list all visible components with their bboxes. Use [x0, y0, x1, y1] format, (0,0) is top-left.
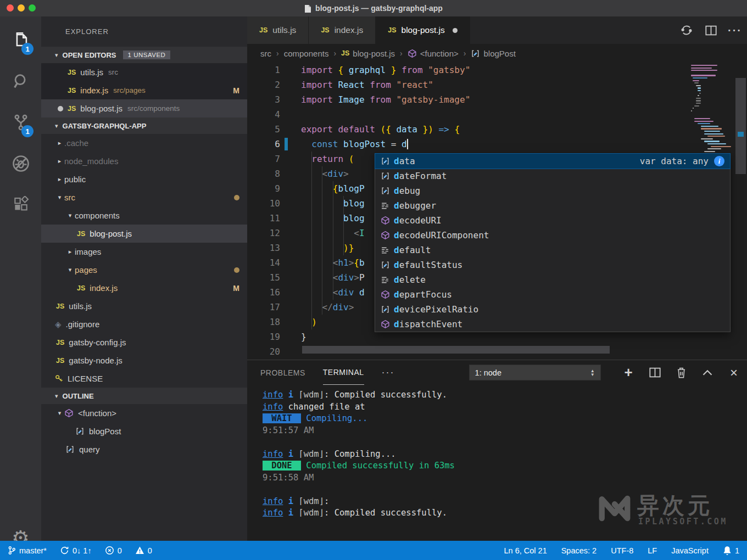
close-traffic-light[interactable] [7, 4, 14, 12]
vertical-scrollbar[interactable] [735, 63, 746, 360]
open-editor-index.js[interactable]: JSindex.jssrc/pagesM [41, 81, 247, 99]
terminal-line: 9:51:57 AM [263, 425, 455, 437]
suggest-item-dispatchEvent[interactable]: dispatchEvent [375, 317, 730, 332]
status-label: LF [648, 546, 657, 555]
tab-blog-post.js[interactable]: JSblog-post.js [376, 16, 470, 44]
title-bar[interactable]: blog-post.js — gatsby-graphql-app [0, 0, 747, 16]
activity-item-source-control[interactable]: 1 [0, 103, 41, 142]
breadcrumb-label: <function> [420, 49, 459, 58]
info-icon[interactable]: i [714, 156, 724, 166]
status-bell[interactable]: 1 [723, 546, 739, 556]
tree-item-src[interactable]: ▾src [41, 188, 247, 206]
minimap-line [691, 110, 692, 111]
suggest-item-delete[interactable]: delete [375, 272, 730, 287]
activity-item-debug[interactable] [0, 144, 41, 183]
zoom-traffic-light[interactable] [29, 4, 36, 12]
maximize-panel-icon[interactable] [694, 369, 721, 377]
tree-item-gatsby-config.js[interactable]: JSgatsby-config.js [41, 333, 247, 351]
file-path: src/components [127, 104, 180, 113]
breadcrumb-blog-post.js[interactable]: JSblog-post.js [341, 49, 395, 58]
new-terminal-icon[interactable]: + [615, 364, 642, 381]
breadcrumb[interactable]: src›components›JSblog-post.js›<function>… [247, 44, 747, 63]
tab-utils.js[interactable]: JSutils.js [247, 16, 309, 44]
outline-label: query [79, 445, 100, 454]
tree-item-.cache[interactable]: ▸.cache [41, 134, 247, 152]
tree-item-utils.js[interactable]: JSutils.js [41, 297, 247, 315]
minimap-line [707, 148, 721, 149]
tree-item-LICENSE[interactable]: LICENSE [41, 369, 247, 388]
tree-item-index.js[interactable]: JSindex.jsM [41, 279, 247, 297]
status-error[interactable]: 0 [105, 546, 122, 555]
panel-more-icon[interactable]: ··· [382, 367, 395, 378]
suggest-item-debug[interactable]: debug [375, 183, 730, 198]
terminal-select[interactable]: 1: node ▲▼ [469, 365, 601, 380]
tree-item-blog-post.js[interactable]: JSblog-post.js [41, 225, 247, 243]
status-ln-6-col-21[interactable]: Ln 6, Col 21 [504, 546, 547, 555]
panel-tab-terminal[interactable]: TERMINAL [323, 360, 364, 385]
status-sync[interactable]: 0↓ 1↑ [60, 546, 92, 555]
close-panel-icon[interactable]: × [721, 365, 747, 380]
panel-tab-problems[interactable]: PROBLEMS [260, 360, 305, 385]
breadcrumb-blogPost[interactable]: blogPost [471, 49, 515, 58]
status-utf-8[interactable]: UTF-8 [611, 546, 633, 555]
horizontal-scrollbar[interactable] [302, 346, 610, 354]
outline-item-function[interactable]: ▾<function> [41, 404, 247, 422]
chevron-down-icon: ▾ [65, 212, 75, 219]
split-terminal-icon[interactable] [642, 367, 668, 378]
suggest-item-devicePixelRatio[interactable]: devicePixelRatio [375, 302, 730, 317]
suggest-item-decodeURIComponent[interactable]: decodeURIComponent [375, 228, 730, 243]
suggest-item-departFocus[interactable]: departFocus [375, 287, 730, 302]
more-actions-icon[interactable]: ··· [723, 24, 747, 37]
status-branch[interactable]: master* [8, 546, 47, 555]
terminal-output[interactable]: info i ⌈wdm⌋: Compiled successfully.info… [263, 389, 455, 519]
cube-icon [64, 408, 74, 418]
tree-item-.gitignore[interactable]: ◈.gitignore [41, 315, 247, 333]
chevron-down-icon: ▾ [55, 52, 58, 59]
open-editor-blog-post.js[interactable]: JSblog-post.jssrc/components [41, 99, 247, 117]
modified-dot-badge [234, 195, 239, 200]
breadcrumb-src[interactable]: src [260, 49, 271, 58]
open-editor-utils.js[interactable]: JSutils.jssrc [41, 63, 247, 81]
breadcrumb-function[interactable]: <function> [408, 49, 459, 58]
license-key-icon [55, 374, 63, 383]
breadcrumb-components[interactable]: components [284, 49, 329, 58]
outline-header[interactable]: ▾ OUTLINE [41, 388, 247, 404]
line-number: 4 [247, 107, 280, 122]
suggest-item-default[interactable]: default [375, 243, 730, 257]
split-editor-icon[interactable] [699, 25, 723, 36]
breadcrumb-separator: › [276, 49, 279, 58]
tree-item-gatsby-node.js[interactable]: JSgatsby-node.js [41, 351, 247, 369]
suggest-item-dateFormat[interactable]: dateFormat [375, 169, 730, 183]
terminal-line: info i ⌈wdm⌋: Compiling... [263, 449, 455, 461]
tree-item-pages[interactable]: ▾pages [41, 261, 247, 279]
status-lf[interactable]: LF [648, 546, 657, 555]
kill-terminal-icon[interactable] [668, 367, 694, 378]
suggest-item-data[interactable]: datavar data: anyi [375, 154, 730, 169]
minimize-traffic-light[interactable] [18, 4, 25, 12]
activity-item-extensions[interactable] [0, 186, 41, 224]
tree-item-public[interactable]: ▸public [41, 170, 247, 188]
field-icon [381, 305, 390, 314]
suggest-item-defaultStatus[interactable]: defaultStatus [375, 257, 730, 272]
tree-item-images[interactable]: ▸images [41, 243, 247, 261]
cube-icon [381, 320, 390, 329]
breadcrumb-label: src [260, 49, 271, 58]
tab-index.js[interactable]: JSindex.js [309, 16, 376, 44]
open-editors-header[interactable]: ▾ OPEN EDITORS 1 UNSAVED [41, 47, 247, 63]
project-header[interactable]: ▾ GATSBY-GRAPHQL-APP [41, 117, 247, 134]
activity-item-search[interactable] [0, 62, 41, 100]
tree-item-components[interactable]: ▾components [41, 206, 247, 225]
javascript-file-icon: JS [77, 230, 85, 238]
status-javascript[interactable]: JavaScript [671, 546, 709, 555]
open-changes-icon[interactable] [674, 24, 699, 36]
suggest-item-debugger[interactable]: debugger [375, 198, 730, 213]
outline-item-query[interactable]: query [41, 440, 247, 458]
tree-item-node_modules[interactable]: ▸node_modules [41, 152, 247, 170]
activity-item-explorer[interactable]: 1 [0, 21, 41, 59]
tree-item-label: utils.js [69, 301, 92, 311]
suggest-item-decodeURI[interactable]: decodeURI [375, 213, 730, 228]
status-warning[interactable]: 0 [135, 546, 152, 555]
status-spaces-2[interactable]: Spaces: 2 [561, 546, 597, 555]
field-icon [65, 445, 75, 454]
outline-item-blogPost[interactable]: blogPost [41, 422, 247, 440]
